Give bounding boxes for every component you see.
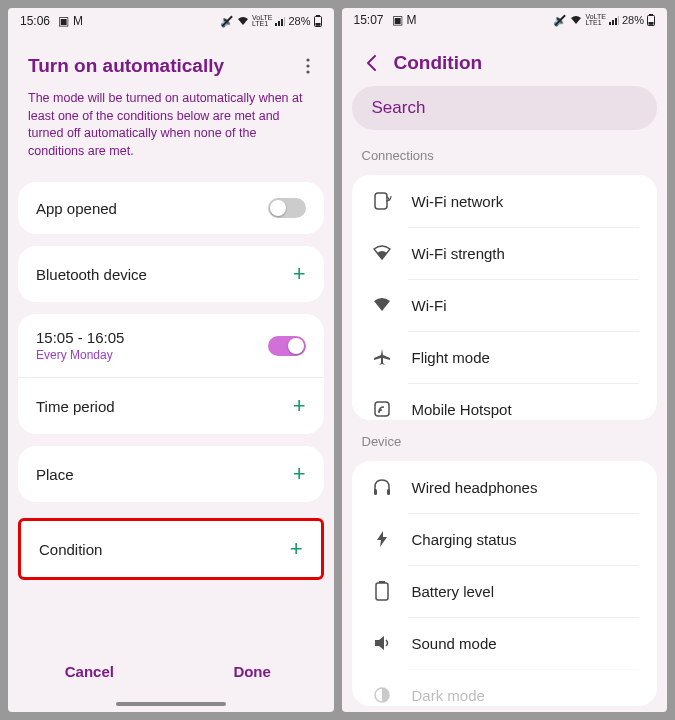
- header: Turn on automatically: [8, 34, 334, 90]
- battery-pct: 28%: [622, 14, 644, 26]
- app-opened-toggle[interactable]: [268, 198, 306, 218]
- page-title: Turn on automatically: [28, 55, 302, 77]
- hotspot-row[interactable]: Mobile Hotspot: [352, 383, 658, 420]
- phone-right: 15:07 ▣ M 🔈 VoLTELTE1 28% Condition Sear…: [342, 8, 668, 712]
- hotspot-label: Mobile Hotspot: [412, 401, 512, 418]
- bluetooth-label: Bluetooth device: [36, 266, 293, 283]
- plus-icon[interactable]: +: [293, 261, 306, 287]
- wifi-network-label: Wi-Fi network: [412, 193, 504, 210]
- home-indicator[interactable]: [116, 702, 226, 706]
- svg-rect-20: [374, 489, 377, 495]
- time-range-row[interactable]: 15:05 - 16:05 Every Monday: [18, 314, 324, 377]
- svg-rect-0: [275, 23, 277, 26]
- svg-rect-18: [375, 402, 389, 416]
- svg-rect-6: [315, 23, 320, 26]
- wifi-network-icon: [370, 189, 394, 213]
- wifi-icon: [570, 15, 582, 25]
- description-text: The mode will be turned on automatically…: [8, 90, 334, 176]
- svg-rect-21: [387, 489, 390, 495]
- hotspot-icon: [370, 397, 394, 420]
- mute-icon: 🔈: [220, 15, 234, 28]
- battery-icon: [370, 579, 394, 603]
- phone-left: 15:06 ▣ M 🔈 VoLTELTE1 28% Turn on automa…: [8, 8, 334, 712]
- status-time: 15:07: [354, 13, 384, 27]
- cancel-button[interactable]: Cancel: [8, 663, 171, 680]
- battery-pct: 28%: [288, 15, 310, 27]
- svg-rect-12: [615, 18, 617, 25]
- wifi-icon: [370, 241, 394, 265]
- condition-row[interactable]: Condition +: [21, 521, 321, 577]
- flight-mode-row[interactable]: Flight mode: [352, 331, 658, 383]
- page-title: Condition: [394, 52, 648, 74]
- section-device: Device: [342, 426, 668, 455]
- lte-icon: VoLTELTE1: [252, 15, 273, 28]
- sound-label: Sound mode: [412, 635, 497, 652]
- mail-icon: M: [407, 13, 417, 27]
- dark-label: Dark mode: [412, 687, 485, 704]
- sound-row[interactable]: Sound mode: [352, 617, 658, 669]
- image-icon: ▣: [392, 13, 403, 27]
- wifi-strength-label: Wi-Fi strength: [412, 245, 505, 262]
- app-opened-card: App opened: [18, 182, 324, 234]
- time-card: 15:05 - 16:05 Every Monday Time period +: [18, 314, 324, 434]
- wifi-strength-row[interactable]: Wi-Fi strength: [352, 227, 658, 279]
- battery-icon: [647, 14, 655, 26]
- status-bar: 15:06 ▣ M 🔈 VoLTELTE1 28%: [8, 8, 334, 34]
- battery-label: Battery level: [412, 583, 495, 600]
- svg-rect-17: [375, 193, 387, 209]
- mail-icon: M: [73, 14, 83, 28]
- bluetooth-card: Bluetooth device +: [18, 246, 324, 302]
- back-button[interactable]: [362, 53, 382, 73]
- lte-icon: VoLTELTE1: [585, 14, 606, 27]
- time-range-toggle[interactable]: [268, 336, 306, 356]
- place-card: Place +: [18, 446, 324, 502]
- headphones-label: Wired headphones: [412, 479, 538, 496]
- app-opened-row[interactable]: App opened: [18, 182, 324, 234]
- svg-rect-10: [609, 22, 611, 25]
- svg-rect-2: [281, 19, 283, 26]
- svg-rect-3: [284, 17, 285, 26]
- svg-point-9: [306, 70, 309, 73]
- time-range-label: 15:05 - 16:05: [36, 329, 268, 346]
- plus-icon[interactable]: +: [293, 461, 306, 487]
- dark-mode-row[interactable]: Dark mode: [352, 669, 658, 706]
- dark-icon: [370, 683, 394, 706]
- svg-point-8: [306, 64, 309, 67]
- airplane-icon: [370, 345, 394, 369]
- status-bar: 15:07 ▣ M 🔈 VoLTELTE1 28%: [342, 8, 668, 32]
- battery-icon: [314, 15, 322, 27]
- svg-rect-1: [278, 21, 280, 26]
- done-button[interactable]: Done: [171, 663, 334, 680]
- connections-card: Wi-Fi network Wi-Fi strength Wi-Fi Fligh…: [352, 175, 658, 420]
- condition-card: Condition +: [18, 518, 324, 580]
- wifi-network-row[interactable]: Wi-Fi network: [352, 175, 658, 227]
- search-input[interactable]: Search: [352, 86, 658, 130]
- image-icon: ▣: [58, 14, 69, 28]
- wifi-row[interactable]: Wi-Fi: [352, 279, 658, 331]
- more-menu-button[interactable]: [302, 54, 314, 78]
- headphones-row[interactable]: Wired headphones: [352, 461, 658, 513]
- charging-row[interactable]: Charging status: [352, 513, 658, 565]
- status-time: 15:06: [20, 14, 50, 28]
- time-period-row[interactable]: Time period +: [18, 377, 324, 434]
- charging-label: Charging status: [412, 531, 517, 548]
- place-row[interactable]: Place +: [18, 446, 324, 502]
- signal-icon: [609, 15, 619, 25]
- section-connections: Connections: [342, 140, 668, 169]
- plus-icon[interactable]: +: [293, 393, 306, 419]
- svg-rect-16: [649, 22, 654, 25]
- wifi-icon: [237, 16, 249, 26]
- svg-rect-23: [376, 583, 388, 600]
- bluetooth-row[interactable]: Bluetooth device +: [18, 246, 324, 302]
- wifi-icon: [370, 293, 394, 317]
- plus-icon[interactable]: +: [290, 536, 303, 562]
- svg-rect-13: [618, 16, 619, 25]
- footer-actions: Cancel Done: [8, 645, 334, 698]
- header: Condition: [342, 32, 668, 86]
- flight-label: Flight mode: [412, 349, 490, 366]
- status-icons-right: 🔈 VoLTELTE1 28%: [553, 14, 655, 27]
- mute-icon: 🔈: [553, 14, 567, 27]
- time-recur-label: Every Monday: [36, 348, 268, 362]
- battery-row[interactable]: Battery level: [352, 565, 658, 617]
- time-period-label: Time period: [36, 398, 293, 415]
